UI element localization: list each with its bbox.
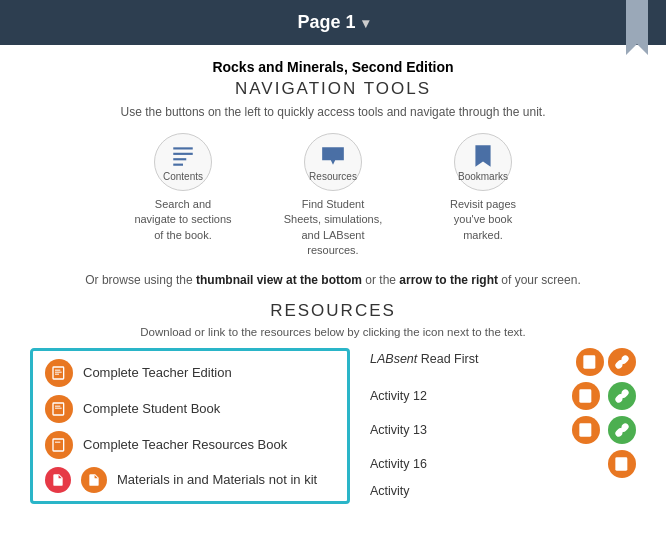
labsent-row: LABsent Read First [370, 348, 636, 376]
page-dropdown-arrow[interactable]: ▾ [362, 15, 369, 31]
svg-rect-6 [55, 371, 62, 372]
labsent-link-svg [614, 354, 630, 370]
svg-rect-9 [55, 407, 62, 408]
labsent-label: LABsent Read First [370, 352, 568, 366]
nav-heading: NAVIGATION TOOLS [30, 79, 636, 99]
activity-13-book-icon[interactable] [572, 416, 600, 444]
labsent-link-icon[interactable] [608, 348, 636, 376]
svg-rect-3 [173, 163, 183, 165]
page-header: Page 1 ▾ [0, 0, 666, 45]
student-book-label: Complete Student Book [83, 401, 220, 416]
resources-columns: Complete Teacher Edition Complete Studen… [30, 348, 636, 504]
a13-link-svg [614, 422, 630, 438]
teacher-resources-icon[interactable] [45, 431, 73, 459]
doc-icon-red [51, 473, 65, 487]
resource-row-materials: Materials in and Materials not in kit [45, 467, 335, 493]
labsent-book-svg [582, 354, 598, 370]
labsent-book-icon[interactable] [576, 348, 604, 376]
resource-row-teacher-resources: Complete Teacher Resources Book [45, 431, 335, 459]
contents-icon [170, 143, 196, 169]
resources-icon-item: Resources Find Student Sheets, simulatio… [283, 133, 383, 259]
right-resources-col: LABsent Read First [370, 348, 636, 504]
contents-label: Contents [163, 171, 203, 182]
a12-link-svg [614, 388, 630, 404]
nav-description: Use the buttons on the left to quickly a… [30, 105, 636, 119]
teacher-resources-label: Complete Teacher Resources Book [83, 437, 287, 452]
materials-red-icon[interactable] [45, 467, 71, 493]
browse-pre: Or browse using the [85, 273, 196, 287]
activity-16-label: Activity 16 [370, 457, 600, 471]
resources-label: Resources [309, 171, 357, 182]
materials-orange-icon[interactable] [81, 467, 107, 493]
page-title: Page 1 [297, 12, 355, 33]
a12-book-svg [578, 388, 594, 404]
svg-rect-5 [55, 369, 60, 370]
contents-icon-item: Contents Search and navigate to sections… [133, 133, 233, 259]
svg-rect-2 [173, 158, 186, 160]
bookmarks-icon [470, 143, 496, 169]
teacher-edition-label: Complete Teacher Edition [83, 365, 232, 380]
browse-line: Or browse using the thumbnail view at th… [30, 273, 636, 287]
resource-row-teacher-edition: Complete Teacher Edition [45, 359, 335, 387]
activity-12-row: Activity 12 [370, 382, 636, 410]
browse-bold1: thumbnail view at the bottom [196, 273, 362, 287]
teacher-edition-icon[interactable] [45, 359, 73, 387]
bookmarks-icon-item: Bookmarks Revisit pages you've book mark… [433, 133, 533, 259]
bookmarks-icon-circle[interactable]: Bookmarks [454, 133, 512, 191]
main-content: Rocks and Minerals, Second Edition NAVIG… [0, 45, 666, 541]
book-title: Rocks and Minerals, Second Edition [30, 59, 636, 75]
bookmarks-label: Bookmarks [458, 171, 508, 182]
resources-desc: Find Student Sheets, simulations, and LA… [283, 197, 383, 259]
bookmarks-desc: Revisit pages you've book marked. [433, 197, 533, 243]
a13-book-svg [578, 422, 594, 438]
labsent-icons [576, 348, 636, 376]
student-book-icon[interactable] [45, 395, 73, 423]
doc-icon-orange [87, 473, 101, 487]
activity-16-book-icon[interactable] [608, 450, 636, 478]
activity-12-link-icon[interactable] [608, 382, 636, 410]
a16-book-svg [614, 456, 630, 472]
svg-rect-7 [55, 373, 59, 374]
contents-icon-circle[interactable]: Contents [154, 133, 212, 191]
left-resources-col: Complete Teacher Edition Complete Studen… [30, 348, 350, 504]
activity-13-link-icon[interactable] [608, 416, 636, 444]
browse-post: of your screen. [498, 273, 581, 287]
labsent-italic: LABsent [370, 352, 417, 366]
browse-mid: or the [362, 273, 399, 287]
book-icon-tr [51, 437, 67, 453]
activity-12-book-icon[interactable] [572, 382, 600, 410]
svg-rect-1 [173, 152, 193, 154]
resource-row-student-book: Complete Student Book [45, 395, 335, 423]
svg-rect-0 [173, 147, 193, 149]
materials-label: Materials in and Materials not in kit [117, 472, 317, 487]
contents-desc: Search and navigate to sections of the b… [133, 197, 233, 243]
resources-icon-circle[interactable]: Resources [304, 133, 362, 191]
activity-12-label: Activity 12 [370, 389, 564, 403]
book-icon-te [51, 365, 67, 381]
activity-partial-label: Activity [370, 484, 636, 498]
resources-icon [320, 143, 346, 169]
svg-rect-8 [55, 405, 60, 406]
svg-rect-10 [55, 441, 60, 442]
book-icon-sb [51, 401, 67, 417]
activity-partial-row: Activity [370, 484, 636, 498]
activity-13-row: Activity 13 [370, 416, 636, 444]
browse-bold2: arrow to the right [399, 273, 498, 287]
resources-subdesc: Download or link to the resources below … [30, 326, 636, 338]
activity-16-row: Activity 16 [370, 450, 636, 478]
icon-row: Contents Search and navigate to sections… [30, 133, 636, 259]
resources-heading: RESOURCES [30, 301, 636, 321]
svg-marker-4 [322, 147, 344, 164]
activity-13-label: Activity 13 [370, 423, 564, 437]
